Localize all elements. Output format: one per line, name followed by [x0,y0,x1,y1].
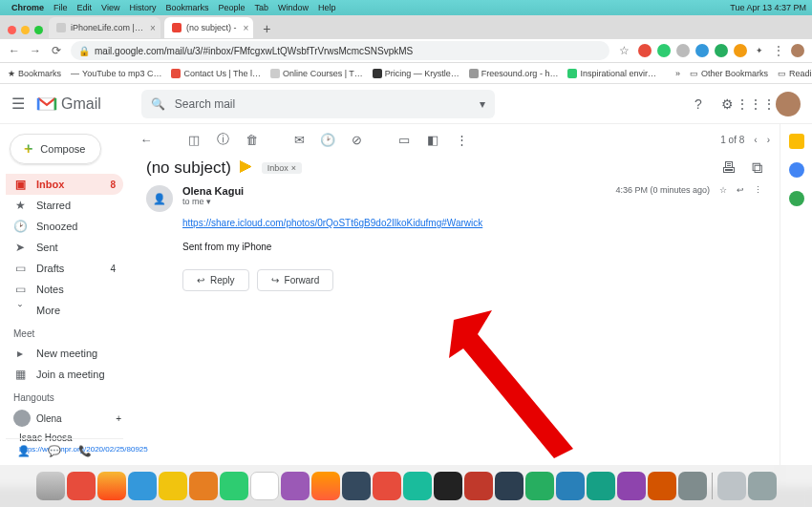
label-chip[interactable]: Inbox × [262,162,302,174]
bookmark-item[interactable]: Online Courses | T… [270,69,363,78]
meet-new[interactable]: ▸New meeting [6,343,123,364]
dock-app[interactable] [342,472,371,500]
dock-app[interactable] [617,472,646,500]
back-to-inbox-button[interactable]: ← [139,133,154,147]
maximize-window-icon[interactable] [34,26,43,34]
plus-icon[interactable]: + [116,413,121,424]
sender-avatar[interactable]: 👤 [146,185,173,212]
dock-app[interactable] [311,472,340,500]
mark-unread-button[interactable]: ✉ [291,133,307,147]
tab-gmail[interactable]: (no subject) - × [164,17,254,38]
more-button[interactable]: ⋮ [454,133,469,147]
menu-app[interactable]: Chrome [11,3,44,12]
back-button[interactable]: ← [8,44,21,57]
reply-button[interactable]: ↩ Reply [182,269,249,291]
dock-app-calendar[interactable] [250,472,279,500]
extension-icon[interactable] [638,44,652,57]
extension-icon[interactable] [734,44,747,57]
tasks-icon[interactable] [789,191,804,206]
extension-icon[interactable] [657,44,671,57]
close-window-icon[interactable] [8,26,16,34]
search-input[interactable]: 🔍 Search mail ▾ [141,90,495,118]
browser-menu-button[interactable]: ⋮ [772,44,785,57]
dock-trash[interactable] [748,472,777,500]
report-spam-button[interactable]: ⓘ [215,131,230,148]
calendar-icon[interactable] [789,134,804,149]
hangout-contact[interactable]: Olena+ [6,407,129,430]
main-menu-button[interactable]: ☰ [11,95,25,113]
dock-app[interactable] [281,472,310,500]
dock-app[interactable] [678,472,707,500]
dock-app[interactable] [525,472,554,500]
search-options-icon[interactable]: ▾ [480,97,485,111]
extensions-menu-icon[interactable]: ✦ [753,44,766,57]
menu-view[interactable]: View [101,3,119,12]
star-message-button[interactable]: ☆ [719,185,727,195]
message-more-button[interactable]: ⋮ [754,185,762,195]
sidebar-item-sent[interactable]: ➤Sent [6,237,123,258]
menu-people[interactable]: People [218,3,245,12]
dock-app[interactable] [97,472,126,500]
menu-tab[interactable]: Tab [254,3,268,12]
dock-app[interactable] [587,472,615,500]
sidebar-item-notes[interactable]: ▭Notes [6,279,123,300]
dock-app[interactable] [189,472,218,500]
dock-app[interactable] [159,472,187,500]
tab-iphonelife[interactable]: iPhoneLife.com |… × [49,17,160,38]
extension-icon[interactable] [676,44,690,57]
reload-button[interactable]: ⟳ [50,44,63,57]
dock-app[interactable] [648,472,676,500]
dock-downloads[interactable] [717,472,746,500]
archive-button[interactable]: ◫ [186,133,202,147]
extension-icon[interactable] [695,44,709,57]
bookmarks-overflow[interactable]: » [675,69,680,78]
dock-app-finder[interactable] [36,472,65,500]
prev-message-button[interactable]: ‹ [754,135,757,145]
dock-app[interactable] [67,472,96,500]
profile-avatar[interactable] [791,44,804,57]
gmail-logo[interactable]: Gmail [36,95,101,113]
close-tab-icon[interactable]: × [150,23,156,33]
window-controls[interactable] [6,26,49,38]
sidebar-item-drafts[interactable]: ▭Drafts4 [6,258,123,279]
forward-button[interactable]: → [29,44,42,57]
close-tab-icon[interactable]: × [244,23,249,33]
menu-file[interactable]: File [53,3,68,12]
contacts-icon[interactable]: 👤 [17,445,31,457]
bookmark-item[interactable]: — YouTube to mp3 C… [71,69,161,78]
dock-app[interactable] [128,472,157,500]
sidebar-item-inbox[interactable]: ▣Inbox8 [6,174,123,195]
reading-list[interactable]: ▭ Reading List [778,69,812,78]
dock-app[interactable] [556,472,585,500]
dock-app[interactable] [464,472,493,500]
menu-window[interactable]: Window [278,3,309,12]
settings-button[interactable]: ⚙ [718,95,736,113]
minimize-window-icon[interactable] [21,26,30,34]
bookmark-item[interactable]: Pricing — Krystle… [373,69,459,78]
account-avatar[interactable] [776,92,801,116]
menu-edit[interactable]: Edit [77,3,93,12]
open-new-window-button[interactable]: ⧉ [752,159,762,177]
sidebar-item-more[interactable]: ˇMore [6,300,123,321]
move-to-button[interactable]: ▭ [396,133,412,147]
print-button[interactable]: 🖶 [721,159,737,177]
dock-app[interactable] [373,472,401,500]
bookmark-item[interactable]: ★ Bookmarks [8,69,61,78]
menu-bookmarks[interactable]: Bookmarks [165,3,208,12]
hangouts-icon[interactable]: 💬 [48,445,61,457]
new-tab-button[interactable]: + [257,19,276,38]
menu-help[interactable]: Help [318,3,336,12]
delete-button[interactable]: 🗑 [244,133,259,147]
support-button[interactable]: ? [690,95,707,113]
recipient-summary[interactable]: to me ▾ [182,197,244,206]
extension-icon[interactable] [715,44,728,57]
forward-button[interactable]: ↪ Forward [257,269,334,291]
dock-app[interactable] [403,472,432,500]
snooze-button[interactable]: 🕑 [320,133,335,147]
keep-icon[interactable] [789,162,804,178]
clock[interactable]: Tue Apr 13 4:37 PM [730,3,806,12]
compose-button[interactable]: + Compose [10,134,101,164]
next-message-button[interactable]: › [767,135,770,145]
meet-join[interactable]: ▦Join a meeting [6,364,123,385]
important-icon[interactable]: ⯈ [239,159,254,177]
